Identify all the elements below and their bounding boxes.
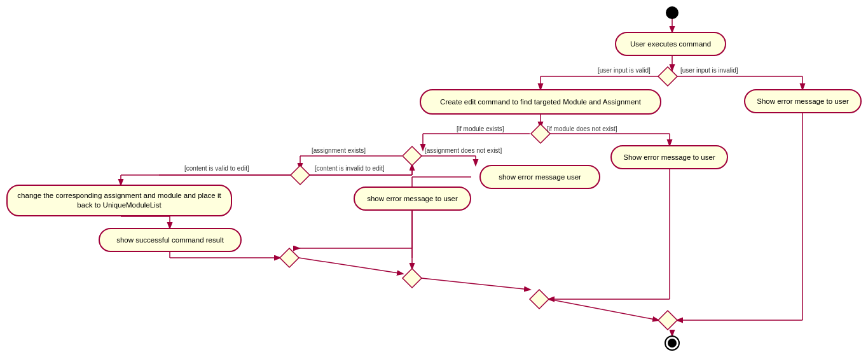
uml-diagram: [user input is valid] [user input is inv… [0, 0, 868, 359]
end-node [665, 335, 680, 351]
svg-marker-40 [403, 269, 422, 288]
show-error-no-assignment: show error message to user [354, 187, 471, 211]
svg-text:[content is valid to edit]: [content is valid to edit] [184, 165, 249, 172]
svg-text:[if module does not exist]: [if module does not exist] [547, 125, 617, 132]
change-assignment: change the corresponding assignment and … [6, 185, 232, 216]
start-node [666, 6, 679, 19]
show-error-invalid-content: show error message user [479, 165, 600, 189]
svg-line-28 [422, 278, 530, 290]
svg-text:[if module exists]: [if module exists] [457, 125, 504, 132]
svg-text:[user input is valid]: [user input is valid] [598, 67, 651, 74]
svg-line-31 [549, 299, 658, 320]
show-error-no-module: Show error message to user [610, 145, 728, 169]
svg-marker-35 [658, 67, 677, 86]
svg-marker-37 [403, 146, 422, 165]
svg-marker-39 [280, 248, 299, 267]
svg-marker-42 [658, 311, 677, 330]
svg-text:[assignment exists]: [assignment exists] [312, 147, 366, 154]
svg-text:[assignment does not exist]: [assignment does not exist] [425, 147, 502, 154]
svg-text:[content is invalid to edit]: [content is invalid to edit] [315, 165, 385, 172]
show-error-invalid-input: Show error message to user [744, 89, 862, 113]
svg-marker-38 [291, 165, 310, 185]
svg-text:[user input is invalid]: [user input is invalid] [680, 67, 738, 74]
show-successful: show successful command result [99, 228, 242, 252]
svg-marker-41 [530, 290, 549, 309]
create-edit-command: Create edit command to find targeted Mod… [420, 89, 661, 115]
user-executes-command: User executes command [615, 32, 726, 56]
svg-line-27 [299, 258, 403, 274]
end-node-inner [668, 339, 677, 348]
